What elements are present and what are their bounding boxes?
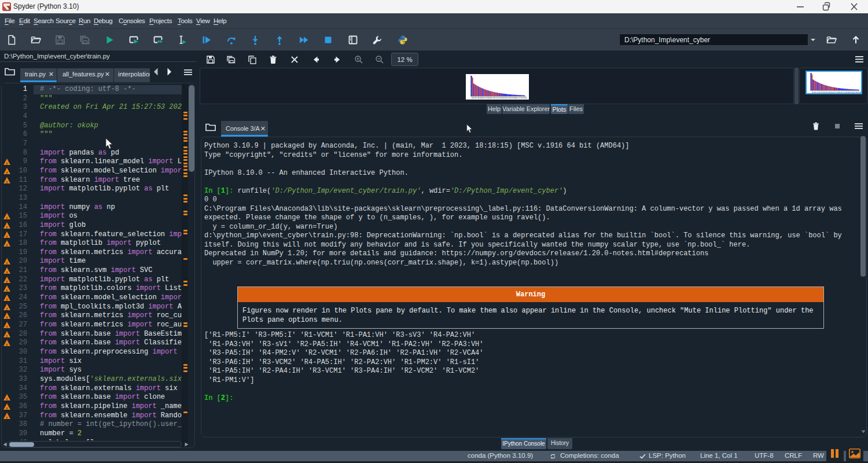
svg-text:s: s	[8, 5, 11, 11]
